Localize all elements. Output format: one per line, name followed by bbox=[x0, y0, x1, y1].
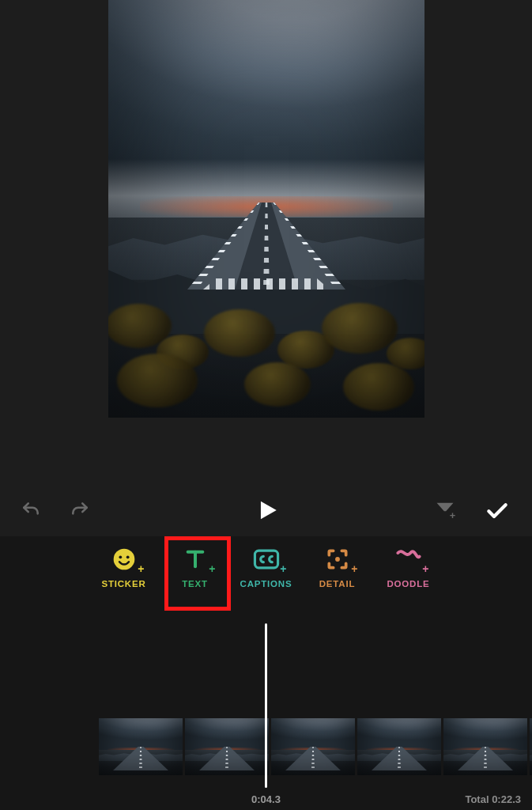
timeline-thumbnail[interactable] bbox=[357, 718, 441, 775]
undo-icon bbox=[21, 511, 41, 523]
tool-text[interactable]: + TEXT bbox=[168, 546, 223, 589]
timeline-total-time: Total 0:22.3 bbox=[465, 793, 521, 805]
focus-plus-icon: + bbox=[320, 546, 355, 573]
playback-controls: + bbox=[0, 486, 532, 536]
tool-detail-label: DETAIL bbox=[319, 579, 355, 589]
timeline-thumbnail[interactable] bbox=[185, 718, 269, 775]
redo-button[interactable] bbox=[66, 497, 93, 526]
timeline-thumbnail[interactable] bbox=[99, 718, 183, 775]
check-icon bbox=[485, 513, 510, 525]
timeline-playhead[interactable] bbox=[265, 623, 267, 788]
video-preview[interactable] bbox=[108, 0, 424, 418]
funnel-plus-icon: + bbox=[434, 512, 456, 524]
squiggle-plus-icon: + bbox=[391, 546, 426, 573]
video-editor-screen: + + STICKER + bbox=[0, 0, 532, 810]
tool-sticker-label: STICKER bbox=[101, 579, 145, 589]
play-button[interactable] bbox=[250, 494, 283, 529]
svg-point-5 bbox=[335, 557, 340, 562]
tool-captions-label: CAPTIONS bbox=[240, 579, 292, 589]
timeline-thumbnail[interactable] bbox=[443, 718, 527, 775]
redo-icon bbox=[70, 511, 90, 523]
svg-point-3 bbox=[126, 555, 129, 558]
tool-sticker[interactable]: + STICKER bbox=[96, 546, 152, 589]
undo-button[interactable] bbox=[17, 497, 44, 526]
timeline-current-time: 0:04.3 bbox=[251, 793, 281, 805]
tool-captions[interactable]: + CAPTIONS bbox=[239, 546, 294, 589]
timeline[interactable]: 0:04.3 Total 0:22.3 bbox=[0, 623, 532, 810]
smiley-plus-icon: + bbox=[107, 546, 141, 573]
tool-text-label: TEXT bbox=[182, 579, 208, 589]
done-button[interactable] bbox=[481, 494, 513, 528]
svg-rect-4 bbox=[255, 551, 277, 568]
play-icon bbox=[253, 514, 280, 526]
svg-text:+: + bbox=[450, 509, 456, 520]
svg-point-2 bbox=[119, 555, 122, 558]
filter-button[interactable]: + bbox=[431, 496, 459, 527]
tool-doodle[interactable]: + DOODLE bbox=[381, 546, 436, 589]
cc-plus-icon: + bbox=[249, 546, 284, 573]
tools-bar: + STICKER + TEXT + CAPTIONS bbox=[0, 536, 532, 623]
timeline-clip-strip[interactable] bbox=[99, 718, 532, 775]
svg-point-1 bbox=[113, 549, 134, 570]
preview-area bbox=[0, 0, 532, 456]
timeline-thumbnail[interactable] bbox=[271, 718, 355, 775]
tool-detail[interactable]: + DETAIL bbox=[310, 546, 365, 589]
text-plus-icon: + bbox=[178, 546, 213, 573]
tool-doodle-label: DOODLE bbox=[387, 579, 430, 589]
